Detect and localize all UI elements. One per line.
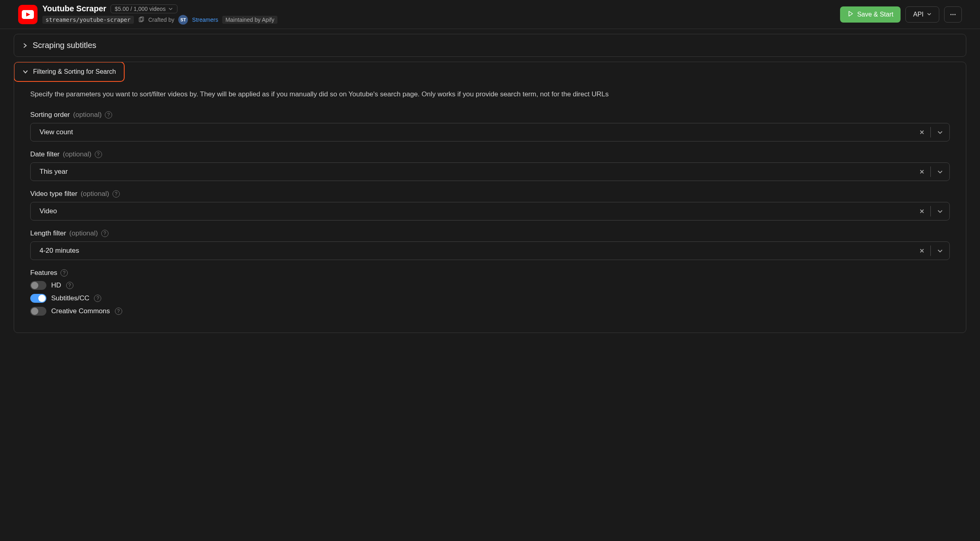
optional-label: (optional) xyxy=(81,190,109,198)
optional-label: (optional) xyxy=(63,150,92,158)
select-value: 4-20 minutes xyxy=(31,247,913,255)
feature-toggle[interactable] xyxy=(30,307,46,316)
clear-icon[interactable] xyxy=(913,127,930,138)
optional-label: (optional) xyxy=(73,111,102,119)
feature-toggle[interactable] xyxy=(30,294,46,303)
feature-row: Creative Commons? xyxy=(30,307,950,316)
app-header: Youtube Scraper $5.00 / 1,000 videos str… xyxy=(0,0,980,29)
chevron-down-icon[interactable] xyxy=(931,208,949,214)
chevron-down-icon[interactable] xyxy=(931,248,949,254)
select-value: View count xyxy=(31,128,913,136)
youtube-icon xyxy=(22,10,34,19)
panel-filtering: Filtering & Sorting for Search Specify t… xyxy=(14,62,966,333)
help-icon[interactable]: ? xyxy=(115,308,122,315)
author-link[interactable]: Streamers xyxy=(192,17,218,23)
panel-subtitles-title: Scraping subtitles xyxy=(33,41,96,50)
slug-chip: streamers/youtube-scraper xyxy=(42,16,134,24)
api-label: API xyxy=(913,11,924,18)
app-title: Youtube Scraper xyxy=(42,4,106,13)
content-area: Scraping subtitles Filtering & Sorting f… xyxy=(0,29,980,346)
chevron-down-icon[interactable] xyxy=(931,129,949,135)
feature-toggle[interactable] xyxy=(30,281,46,290)
sorting-order-select[interactable]: View count xyxy=(30,123,950,141)
clear-icon[interactable] xyxy=(913,245,930,256)
features-label: Features xyxy=(30,269,57,277)
more-menu-button[interactable] xyxy=(944,6,962,23)
panel-description: Specify the parameters you want to sort/… xyxy=(30,89,950,100)
video-type-select[interactable]: Video xyxy=(30,202,950,221)
pricing-chip[interactable]: $5.00 / 1,000 videos xyxy=(111,4,177,13)
feature-row: Subtitles/CC? xyxy=(30,294,950,303)
select-value: This year xyxy=(31,168,913,176)
clear-icon[interactable] xyxy=(913,206,930,217)
length-filter-select[interactable]: 4-20 minutes xyxy=(30,241,950,260)
header-title-block: Youtube Scraper $5.00 / 1,000 videos str… xyxy=(42,4,277,25)
maintainer-chip: Maintained by Apify xyxy=(222,16,277,24)
length-filter-label: Length filter xyxy=(30,229,66,237)
panel-filtering-body: Specify the parameters you want to sort/… xyxy=(14,81,966,333)
help-icon[interactable]: ? xyxy=(66,282,73,289)
panel-filtering-title: Filtering & Sorting for Search xyxy=(33,68,116,75)
help-icon[interactable]: ? xyxy=(113,190,120,198)
svg-point-5 xyxy=(955,14,956,15)
field-sorting-order: Sorting order (optional) ? View count xyxy=(30,111,950,141)
help-icon[interactable]: ? xyxy=(101,230,108,237)
svg-point-3 xyxy=(951,14,952,15)
panel-subtitles: Scraping subtitles xyxy=(14,34,966,57)
date-filter-select[interactable]: This year xyxy=(30,162,950,181)
feature-label: Creative Commons xyxy=(51,307,110,315)
author-avatar: ST xyxy=(178,15,188,25)
help-icon[interactable]: ? xyxy=(94,295,101,302)
select-value: Video xyxy=(31,207,913,215)
panel-filtering-header[interactable]: Filtering & Sorting for Search xyxy=(14,62,125,82)
date-filter-label: Date filter xyxy=(30,150,60,158)
play-icon xyxy=(847,10,854,19)
chevron-down-icon xyxy=(23,69,28,75)
field-date-filter: Date filter (optional) ? This year xyxy=(30,150,950,181)
feature-label: HD xyxy=(51,281,61,289)
field-length-filter: Length filter (optional) ? 4-20 minutes xyxy=(30,229,950,260)
help-icon[interactable]: ? xyxy=(95,151,102,158)
sorting-order-label: Sorting order xyxy=(30,111,70,119)
save-start-button[interactable]: Save & Start xyxy=(840,6,901,23)
optional-label: (optional) xyxy=(69,229,98,237)
api-button[interactable]: API xyxy=(905,6,939,23)
feature-row: HD? xyxy=(30,281,950,290)
dots-icon xyxy=(949,11,957,18)
video-type-label: Video type filter xyxy=(30,190,77,198)
pricing-text: $5.00 / 1,000 videos xyxy=(115,6,166,12)
panel-subtitles-header[interactable]: Scraping subtitles xyxy=(14,34,966,56)
save-start-label: Save & Start xyxy=(857,11,893,18)
app-logo xyxy=(18,5,38,24)
crafted-by-label: Crafted by xyxy=(148,17,175,23)
clear-icon[interactable] xyxy=(913,166,930,177)
feature-label: Subtitles/CC xyxy=(51,294,89,302)
features-list: HD?Subtitles/CC?Creative Commons? xyxy=(30,281,950,316)
field-video-type: Video type filter (optional) ? Video xyxy=(30,190,950,221)
chevron-down-icon[interactable] xyxy=(931,169,949,175)
svg-point-4 xyxy=(953,14,954,15)
chevron-down-icon xyxy=(168,6,173,11)
help-icon[interactable]: ? xyxy=(105,111,112,119)
copy-icon[interactable] xyxy=(138,17,144,23)
field-features: Features ? HD?Subtitles/CC?Creative Comm… xyxy=(30,269,950,316)
chevron-down-icon xyxy=(927,11,932,18)
chevron-right-icon xyxy=(22,43,28,48)
help-icon[interactable]: ? xyxy=(60,269,68,277)
